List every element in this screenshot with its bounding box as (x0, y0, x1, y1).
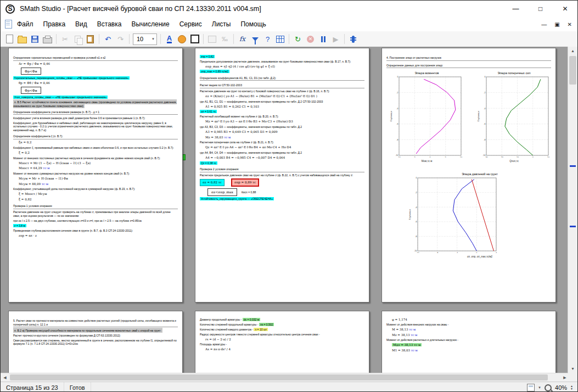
section-heading[interactable]: Определение коэффициента учета влияния р… (13, 110, 178, 115)
formula-region[interactable]: rs = (d − 2·a) / 2 (205, 338, 364, 341)
formula-region[interactable]: ξн = 0,2 (19, 141, 178, 144)
insert-matrix-button[interactable] (274, 33, 287, 46)
text-region[interactable]: при αε·l ≤ 2.5 — на двух глубинах, соотв… (13, 219, 178, 223)
maximize-button[interactable]: □ (528, 1, 553, 17)
text-region[interactable]: Коэффициент учёта влияния размера для св… (13, 116, 178, 120)
page-diagrams[interactable]: 4. Построение эпюр от расчетных нагрузок… (381, 48, 556, 303)
page-moments[interactable]: φ = 1,174Момент от действия внешних нагр… (381, 311, 556, 373)
text-region[interactable]: Расчетное давление на грунт следует пров… (13, 210, 178, 217)
debug-button[interactable] (347, 33, 360, 46)
formula-region[interactable]: Qz = αε³·E·I·yо·А4 − αε²·E·I·θо·В4 + αε·… (205, 145, 364, 149)
text-region[interactable]: Момент от внешних постоянных расчетных н… (13, 156, 178, 160)
text-region[interactable]: Приведенная глубина расположения сечения… (13, 229, 178, 233)
highlight-button[interactable] (176, 33, 188, 46)
formula-region[interactable]: zпр = αε · z (19, 234, 178, 238)
result-highlight[interactable]: Мдл = 38,13 тс·м (392, 343, 551, 347)
text-region[interactable]: Момент от внешних суммарных расчетных на… (13, 172, 178, 176)
pause-button[interactable] (317, 33, 329, 46)
text-region[interactable]: Площадь арматуры - (200, 343, 364, 346)
result-highlight[interactable]: Горизонтальные_перемещения_головы_сваи —… (13, 76, 178, 80)
moment-diagram-chart[interactable]: -10-505100-2-4-6-8-10Глубина,м (390, 75, 464, 158)
units-button[interactable] (206, 33, 218, 46)
run-button[interactable]: ▶ (329, 33, 342, 46)
page-deflection-check[interactable]: Определение горизонтальных перемещений и… (8, 48, 183, 303)
result-highlight[interactable]: zпр = 0,82 (200, 55, 364, 59)
horizontal-scrollbar[interactable]: ◀ ▶ (1, 373, 569, 382)
condition-row[interactable]: σz<σпр_maxКисп = 0,88 (200, 188, 364, 196)
result-highlight[interactable]: σпр_max = 0,89 тс/м2 (200, 70, 364, 74)
mdi-restore-button[interactable]: ▣ (554, 21, 559, 27)
layout-dropdown-icon[interactable]: ▼ (538, 386, 541, 389)
sigma-pr-box[interactable]: σпр = 0,89 тс (231, 178, 259, 187)
formula-region[interactable]: Мz = αε²·E·I·yо·А3 − αε·E·I·θо·В3 + Мо·С… (205, 120, 364, 124)
condition-box[interactable]: Фр<Фи (13, 87, 178, 94)
formula-region[interactable]: А1 = 0,925 В1 = 0,262 С1 = 0,103 (205, 105, 364, 109)
text-region[interactable]: Коэффициент ξ, принимаемый равным при на… (13, 146, 178, 150)
section-heading[interactable]: Определение данных для построения эпюр: (386, 64, 551, 69)
page-material-strength[interactable]: 5. Расчет сваи по прочности материала на… (8, 311, 183, 373)
soil-pressure-diagram-chart[interactable]: -12-8-4040-2-4-6-8-10Глубина,м (408, 176, 499, 253)
formula-region[interactable]: Мz = 38,03 тс·м (205, 136, 364, 139)
horizontal-scroll-thumb[interactable] (10, 374, 548, 380)
formula-region[interactable]: θр = Фθ / Фи = 0,46 (19, 81, 178, 85)
gray-heading[interactable]: п. В.5 Расчет устойчивости грунта основа… (13, 100, 178, 108)
result-highlight[interactable]: Qz = 0,38 тс (200, 161, 364, 165)
formula-region[interactable]: Мсум = Мг + Н·(lсваи − l1)·Фи (19, 177, 178, 181)
menu-insert[interactable]: Вставка (92, 18, 127, 31)
formula-region[interactable]: σz = (К/αε)·( yо·А1 − (θо/αε)·В1 + (Мо/(… (205, 94, 364, 98)
zoom-spinner[interactable]: ▲ ▼ (570, 385, 573, 390)
text-region[interactable]: Предельное допускаемое расчетное давлени… (200, 60, 364, 64)
gray-heading[interactable]: п. В.2 а) Проверка несущей способности м… (13, 329, 178, 333)
scroll-left-icon[interactable]: ◀ (1, 373, 9, 382)
formula-region[interactable]: ξ = Мпост / Мсум (19, 192, 178, 196)
border-button[interactable] (188, 33, 201, 46)
copy-button[interactable] (71, 33, 84, 46)
text-region[interactable]: Радиус окружности центров тяжести стержн… (200, 333, 364, 337)
menu-edit[interactable]: Правка (38, 18, 71, 31)
close-button[interactable]: ✕ (553, 1, 577, 17)
minimize-button[interactable]: — (503, 1, 528, 17)
interrupt-button[interactable]: ✕ (304, 33, 317, 46)
percent-button[interactable]: ‰ (218, 33, 231, 46)
page-soil-stability-check[interactable]: zпр = 0,82Предельное допускаемое расчетн… (195, 48, 369, 303)
redo-button[interactable]: ↷ (114, 33, 127, 46)
formula-region[interactable]: φ = 1,174 (392, 318, 551, 322)
section-heading[interactable]: Определение горизонтальных перемещений и… (13, 56, 178, 61)
formula-region[interactable]: Мz = 38,13 тс·м (392, 333, 551, 337)
recalculate-button[interactable]: ↻ (291, 33, 304, 46)
formula-region[interactable]: Аs = ns·π·ds² / 4 (205, 348, 364, 351)
cut-button[interactable]: ✂ (59, 33, 71, 46)
page-reinforcement[interactable]: Диаметр продольной арматуры - ds = 0,032… (195, 311, 369, 373)
text-region[interactable]: Коэффициент, для буронабивных и набивных… (13, 121, 178, 132)
undo-button[interactable]: ↶ (102, 33, 114, 46)
formula-region[interactable]: Мпост = 64,29 тс·м (19, 166, 178, 170)
condition-box[interactable]: Фр<Фи (13, 68, 178, 75)
zoom-icon[interactable] (545, 384, 552, 391)
section-heading[interactable]: Проверка 1 условия опирания: (13, 204, 178, 209)
text-region[interactable]: Расчет прочности круглого сечения (произ… (13, 334, 178, 338)
open-button[interactable] (16, 33, 29, 46)
menu-help[interactable]: Помощь (235, 18, 271, 31)
result-highlight[interactable]: Устойчивость_окружающего_грунта — «ОБЕСП… (200, 197, 364, 201)
formula-region[interactable]: А3 = 0,985 В3 = 0,649 С3 = 0,065 D3 = 0,… (205, 130, 364, 134)
text-with-value[interactable]: Количество стержней продольной арматуры … (200, 323, 364, 327)
text-region[interactable]: где А1, В1, С1, D1 — коэффициенты, значе… (200, 100, 364, 104)
text-with-value[interactable]: Диаметр продольной арматуры - ds = 0,032… (200, 318, 364, 322)
shear-diagram-chart[interactable]: -30-20-100100-2-4-6-8-10Глубина,м (477, 75, 551, 158)
vertical-scroll-thumb[interactable] (569, 56, 576, 85)
section-heading[interactable]: 4. Построение эпюр от расчетных нагрузок (386, 56, 551, 61)
result-highlight[interactable]: z = 3,8 м (13, 224, 178, 228)
sigma-z-box[interactable]: σz = 0,82 тс (200, 179, 225, 186)
text-region[interactable]: Момент от действия расчетных и длительны… (386, 338, 551, 342)
reference-button[interactable]: ? (261, 33, 274, 46)
insert-unit-button[interactable] (249, 33, 261, 46)
formula-region[interactable]: М1 = 38,03 тс·м (392, 349, 551, 352)
scroll-up-icon[interactable]: ▲ (568, 47, 577, 55)
text-region[interactable]: где А3, В3, С3, D3 — коэффициенты, значе… (200, 125, 364, 129)
document-canvas[interactable]: Определение горизонтальных перемещений и… (1, 47, 569, 373)
section-heading[interactable]: Расчет ведем по СП 50-102-2003 (200, 83, 364, 88)
text-region[interactable]: Расчетный изгибающий момент на глубине z… (200, 115, 364, 119)
print-button[interactable] (41, 33, 54, 46)
section-heading[interactable]: 5. Расчет сваи по прочности материала на… (13, 319, 178, 327)
text-region[interactable]: Расчетная поперечная сила на глубине z (… (200, 141, 364, 144)
